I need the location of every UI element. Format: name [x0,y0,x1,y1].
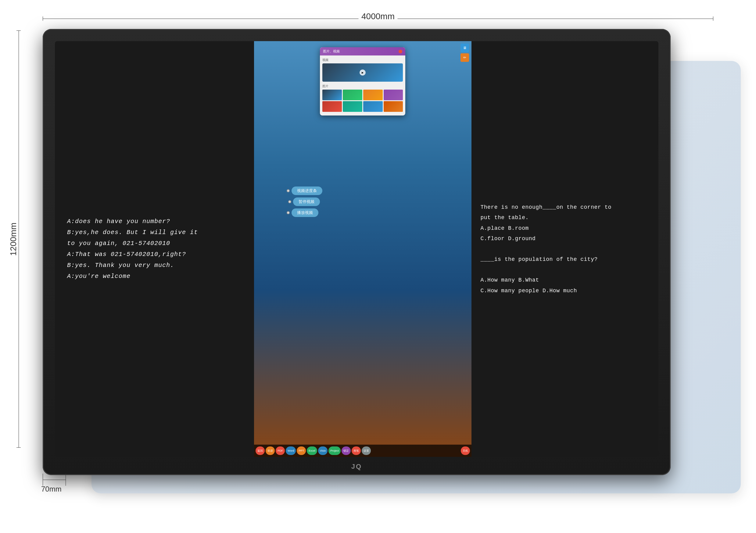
top-icons: 🖥 ✏ [461,43,469,62]
right-text: There is no enough____on the corner to p… [481,202,649,296]
btn-brush[interactable]: 画笔 [352,446,361,455]
btn-forward[interactable]: 前进 [266,446,275,455]
photo-1[interactable] [322,89,342,100]
btn-excel[interactable]: Excel [307,446,317,455]
screen: A:does he have you number? B:yes,he does… [55,41,659,457]
right-panel: There is no enough____on the corner to p… [472,41,659,457]
screen-icon[interactable]: 🖥 [461,43,469,52]
brand-label: JQ [351,463,362,470]
context-item-1[interactable]: 视频进度条 [291,187,322,195]
popup-header: 图片、视频 [320,47,405,56]
photo-4[interactable] [384,89,403,100]
context-dot-3 [287,211,290,214]
context-item-2[interactable]: 暂停视频 [293,197,320,206]
depth-line-h [43,480,66,480]
brush-icon[interactable]: ✏ [461,53,469,62]
photo-grid [322,89,403,112]
section2-label: 图片 [322,84,403,89]
popup-title: 图片、视频 [323,49,340,54]
context-dot-1 [287,189,290,192]
context-dot-2 [288,200,291,203]
btn-visio[interactable]: Visio [318,446,328,455]
taskbar: 返回 前进 PDF Word PPT Excel Visio Project 锁… [254,444,471,457]
btn-pdf[interactable]: PDF [276,446,285,455]
height-label: 1200mm [9,219,18,259]
photo-7[interactable] [363,101,383,112]
btn-ppt[interactable]: PPT [297,446,306,455]
context-item-3[interactable]: 播放视频 [291,209,318,217]
photo-2[interactable] [343,89,362,100]
btn-project[interactable]: Project [328,446,341,455]
video-popup[interactable]: 图片、视频 视频 ▶ 图片 [320,47,405,115]
photo-8[interactable] [384,101,403,112]
video-thumbnail[interactable]: ▶ [322,63,403,82]
section1-label: 视频 [322,58,403,62]
photo-3[interactable] [363,89,383,100]
left-text: A:does he have you number? B:yes,he does… [67,216,254,282]
photo-6[interactable] [343,101,362,112]
btn-power[interactable]: 关机 [461,446,470,455]
btn-lock[interactable]: 锁定 [341,446,351,455]
popup-close-btn[interactable] [399,50,402,53]
width-label: 4000mm [358,12,398,21]
popup-body: 视频 ▶ 图片 [320,56,405,115]
depth-tick-right [66,473,66,486]
play-button[interactable]: ▶ [360,69,365,76]
photo-5[interactable] [322,101,342,112]
btn-back[interactable]: 返回 [256,446,265,455]
monitor: A:does he have you number? B:yes,he does… [43,29,671,475]
center-screen: 🖥 ✏ 图片、视频 视频 ▶ 图片 [254,41,471,457]
btn-settings[interactable]: 设置 [362,446,371,455]
top-dimension: 4000mm [43,18,713,19]
context-menu: 视频进度条 暂停视频 播放视频 [287,187,322,217]
left-dimension: 1200mm [18,31,19,448]
depth-label: 70mm [41,485,62,494]
btn-word[interactable]: Word [286,446,296,455]
left-panel: A:does he have you number? B:yes,he does… [55,41,266,457]
